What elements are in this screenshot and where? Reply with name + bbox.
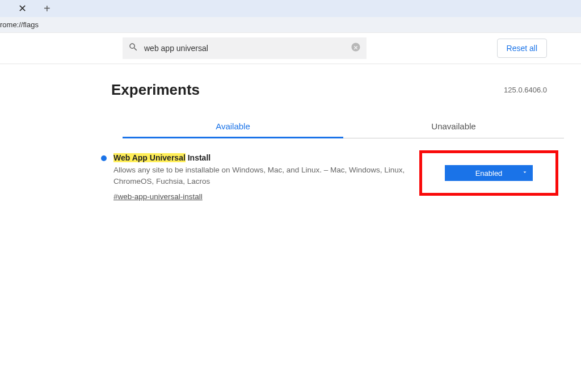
search-icon [128,42,138,54]
reset-all-button[interactable]: Reset all [497,39,547,58]
modified-indicator-icon [101,155,107,161]
dropdown-value: Enabled [475,169,503,178]
tab-available[interactable]: Available [123,116,343,138]
page-title: Experiments [111,81,200,99]
url-text: rome://flags [0,20,39,29]
chevron-down-icon [521,169,528,178]
clear-search-icon[interactable] [351,42,361,54]
flag-anchor-link[interactable]: #web-app-universal-install [113,192,203,201]
new-tab-icon[interactable]: + [33,2,61,15]
search-box[interactable] [123,37,367,59]
flag-row: Web App Universal Install Allows any sit… [111,153,547,201]
content: Experiments 125.0.6406.0 Available Unava… [0,64,581,201]
flag-title-highlight: Web App Universal [113,153,186,162]
search-input[interactable] [144,44,345,53]
flag-title: Web App Universal Install [113,153,409,162]
toolbar: Reset all [0,33,581,64]
flag-title-rest: Install [186,153,210,162]
flag-state-dropdown[interactable]: Enabled [445,165,533,181]
tab-unavailable[interactable]: Unavailable [343,116,564,138]
address-bar[interactable]: rome://flags [0,17,581,33]
highlight-box: Enabled [419,150,558,196]
tabs: Available Unavailable [123,116,564,138]
close-tab-icon[interactable]: ✕ [11,2,33,15]
flag-description: Allows any site to be installable on Win… [113,165,409,188]
browser-version: 125.0.6406.0 [504,86,547,94]
browser-tab-bar: ✕ + [0,0,581,17]
